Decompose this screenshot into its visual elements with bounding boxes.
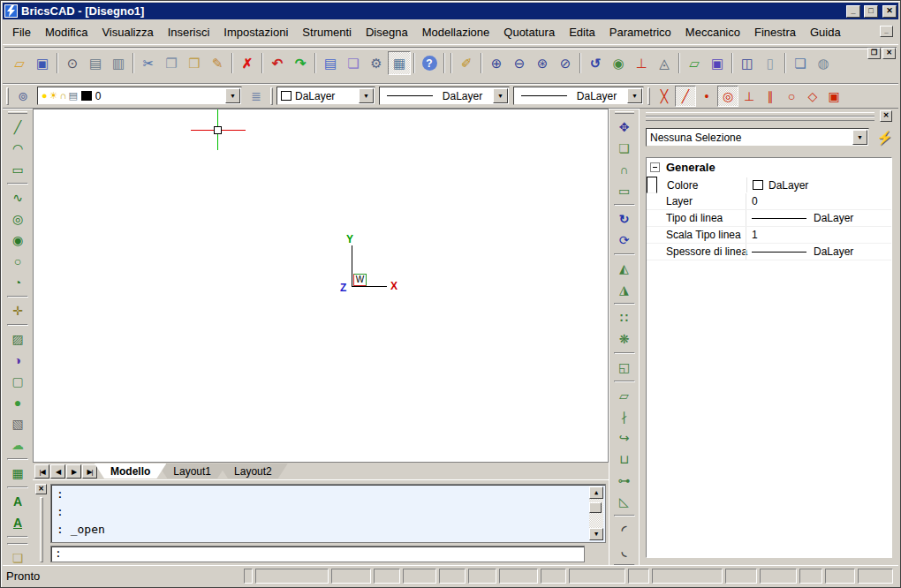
copy-entity-icon[interactable]: ❏	[613, 138, 636, 159]
zoom-previous-icon[interactable]: ⊘	[554, 51, 577, 75]
close-button[interactable]: ✕	[882, 5, 897, 18]
rotate-3d-icon[interactable]: ⟳	[613, 230, 636, 251]
zoom-out-icon[interactable]: ⊖	[508, 51, 531, 75]
toolbar-grip[interactable]	[6, 87, 9, 105]
collapse-icon[interactable]	[650, 162, 660, 172]
spline-icon[interactable]: ∿	[6, 187, 29, 208]
snap-tangent-icon[interactable]: ○	[781, 86, 802, 107]
mdi-minimize-button[interactable]: _	[880, 26, 893, 37]
move-icon[interactable]: ✥	[613, 117, 636, 138]
blocks-icon[interactable]: ◍	[812, 51, 835, 75]
quick-select-icon[interactable]: ⚡	[876, 130, 892, 146]
box-3d-icon[interactable]: ▱	[683, 51, 706, 75]
scrollbar-thumb[interactable]	[589, 502, 602, 513]
command-close-button[interactable]: ✕	[35, 484, 47, 494]
color-dropdown-arrow[interactable]: ▼	[359, 88, 374, 103]
lengthen-icon[interactable]: ↪	[613, 427, 636, 449]
stretch-icon[interactable]: ▭	[613, 180, 636, 201]
print-icon[interactable]: ▤	[84, 51, 107, 75]
tab-nav-button[interactable]: |◀	[34, 464, 49, 479]
tab-nav-button[interactable]: ▶|	[82, 464, 97, 479]
layer-dropdown-arrow[interactable]: ▼	[225, 88, 240, 103]
property-row[interactable]: Spessore di linea DaLayer	[647, 244, 891, 260]
selection-dropdown-arrow[interactable]: ▼	[852, 130, 867, 145]
point-icon[interactable]: ✛	[6, 300, 29, 321]
panel-close-button[interactable]: ✕	[880, 110, 892, 122]
command-history[interactable]: ::: _open ▲ ▼	[50, 484, 606, 543]
array-icon[interactable]: ∷	[613, 307, 636, 328]
toolbar-grip[interactable]	[8, 111, 27, 114]
paste-icon[interactable]: ❒	[183, 51, 206, 75]
mirror-3d-icon[interactable]: ◮	[613, 279, 636, 300]
undo-icon[interactable]: ↶	[266, 51, 289, 75]
look-icon[interactable]: ◉	[607, 51, 630, 75]
minimize-button[interactable]: _	[846, 5, 860, 18]
snap-parallel-icon[interactable]: ∥	[760, 86, 781, 107]
new-view-icon[interactable]: ▯	[759, 51, 782, 75]
save-icon[interactable]: ▣	[31, 51, 54, 75]
toolbar-grip[interactable]	[647, 87, 650, 105]
cloud-icon[interactable]: ☁	[6, 434, 29, 456]
property-row[interactable]: Scala Tipo linea 1	[647, 227, 891, 244]
menu-item[interactable]: Inserisci	[161, 22, 217, 42]
layer-states-icon[interactable]: ≣	[246, 86, 267, 107]
snap-midpoint-icon[interactable]: •	[696, 86, 717, 107]
layer-combobox[interactable]: ●☀∩▤ 0 ▼	[37, 87, 242, 105]
rotate-icon[interactable]: ↻	[613, 208, 636, 230]
viewports-icon[interactable]: ◫	[736, 51, 759, 75]
ellipse-icon[interactable]: ○	[6, 251, 29, 272]
mtext-icon[interactable]: A	[6, 512, 29, 533]
command-grip[interactable]: ✕	[34, 484, 48, 562]
copy-icon[interactable]: ❐	[160, 51, 183, 75]
menu-item[interactable]: Visualizza	[95, 22, 160, 42]
layer-freeze-icon[interactable]: ☀	[49, 91, 58, 101]
scroll-up-icon[interactable]: ▲	[589, 486, 603, 499]
drawing-canvas[interactable]: Y X Z W	[33, 109, 609, 462]
scroll-down-icon[interactable]: ▼	[589, 528, 603, 540]
mdi-close-button[interactable]: ✕	[882, 48, 896, 59]
ucs-icon[interactable]: ⊥	[630, 51, 653, 75]
properties-panel-icon[interactable]: ▤	[319, 51, 342, 75]
menu-item[interactable]: Strumenti	[295, 22, 359, 42]
selection-combobox[interactable]: Nessuna Selezione ▼	[646, 128, 869, 147]
redo-icon[interactable]: ↷	[289, 51, 312, 75]
copy-entities-icon[interactable]: ❏	[789, 51, 812, 75]
layer-print-icon[interactable]: ▤	[68, 91, 77, 101]
menu-item[interactable]: Quotatura	[496, 22, 562, 42]
layer-lock-icon[interactable]: ∩	[60, 91, 67, 101]
layout-tab[interactable]: Layout1	[157, 464, 227, 479]
snap-center-icon[interactable]: ◎	[717, 86, 738, 107]
menu-item[interactable]: Disegna	[359, 22, 415, 42]
lineweight-dropdown-arrow[interactable]: ▼	[627, 88, 642, 103]
lineweight-combobox[interactable]: DaLayer ▼	[513, 87, 644, 105]
hatch-icon[interactable]: ▨	[6, 328, 29, 350]
trim-icon[interactable]: ∤	[613, 406, 636, 427]
settings-icon[interactable]: ⚙	[365, 51, 388, 75]
zoom-in-icon[interactable]: ⊕	[485, 51, 508, 75]
explode-icon[interactable]: ◺	[613, 491, 636, 512]
property-row[interactable]: Tipo di linea DaLayer	[647, 210, 891, 227]
property-row[interactable]: Colore DaLayer	[647, 177, 657, 193]
layout-tab[interactable]: Modello	[95, 464, 166, 479]
linetype-dropdown-arrow[interactable]: ▼	[493, 88, 508, 103]
menu-item[interactable]: Parametrico	[602, 22, 678, 42]
snap-quadrant-icon[interactable]: ◇	[802, 86, 823, 107]
ellipse-arc-icon[interactable]: ◔	[6, 272, 29, 293]
menu-item[interactable]: Guida	[803, 22, 848, 42]
menu-item[interactable]: Meccanico	[678, 22, 747, 42]
snap-nearest-icon[interactable]: ╳	[654, 86, 675, 107]
text-icon[interactable]: A	[6, 491, 29, 512]
snap-endpoint-icon[interactable]: ╱	[675, 86, 696, 107]
delete-icon[interactable]: ✗	[236, 51, 259, 75]
wipeout-icon[interactable]: ▧	[6, 413, 29, 434]
toolbar-grip[interactable]	[615, 111, 634, 114]
tab-nav-button[interactable]: ▶	[66, 464, 81, 479]
boundary-icon[interactable]: ▢	[6, 371, 29, 392]
layer-on-icon[interactable]: ●	[42, 91, 48, 101]
toolbar-grip[interactable]	[270, 87, 273, 105]
offset-icon[interactable]: ∩	[613, 159, 636, 180]
tab-nav-button[interactable]: ◀	[50, 464, 65, 479]
layer-explorer-icon[interactable]: ⊚	[12, 86, 34, 107]
match-properties-icon[interactable]: ✎	[206, 51, 229, 75]
mdi-restore-button[interactable]: ❐	[867, 48, 881, 59]
